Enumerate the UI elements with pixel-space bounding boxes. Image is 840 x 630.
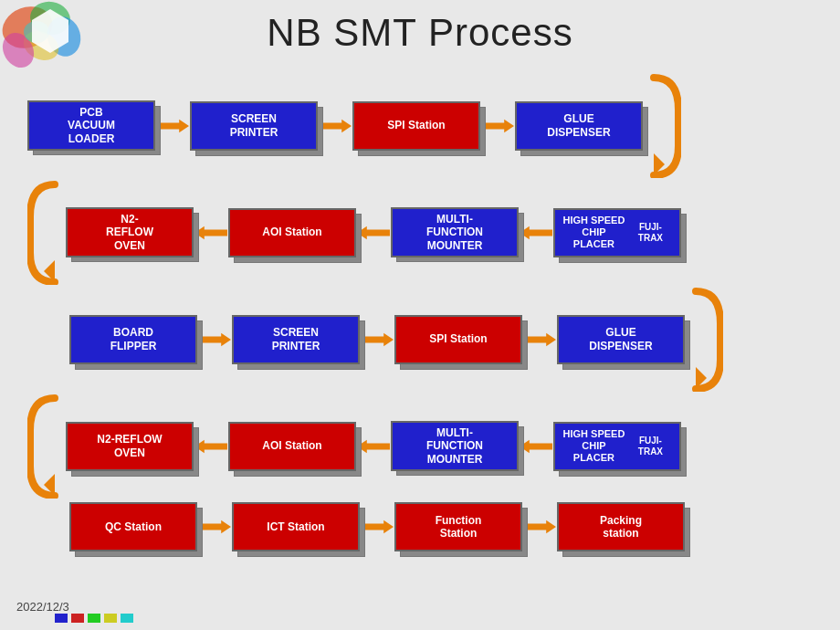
block-qc-station: QC Station [69,502,197,551]
block-high-speed-chip-placer-1: HIGH SPEEDCHIP PLACERFUJI-TRAX [553,208,681,257]
bottom-decoration [55,614,133,623]
block-board-flipper: BOARDFLIPPER [69,315,197,364]
svg-marker-17 [523,332,556,345]
block-packing-station: Packingstation [557,502,685,551]
block-n2-reflow-oven-2: N2-REFLOWOVEN [66,422,194,471]
date-label: 2022/12/3 [16,600,69,614]
block-multi-function-mounter-2: MULTI-FUNCTIONMOUNTER [391,421,519,471]
block-stack-7: MULTI-FUNCTIONMOUNTER [391,207,519,257]
page-title: NB SMT Process [0,0,840,55]
block-spi-station-1: SPI Station [352,101,480,151]
svg-marker-9 [481,119,514,131]
block-stack-6: AOI Station [228,208,356,257]
block-glue-dispenser-1: GLUEDISPENSER [515,101,643,151]
svg-marker-23 [198,520,231,533]
deco-sq-2 [71,614,84,623]
svg-marker-22 [520,439,552,452]
block-stack-20: Packingstation [557,502,685,551]
svg-marker-15 [198,332,231,345]
block-stack-9: BOARDFLIPPER [69,315,197,364]
block-ict-station: ICT Station [232,502,360,551]
svg-marker-24 [361,520,394,533]
curve-right-1 [646,73,681,178]
block-glue-dispenser-2: GLUEDISPENSER [557,315,685,364]
block-stack-4: GLUEDISPENSER [515,101,643,151]
svg-marker-21 [357,439,390,452]
block-high-speed-chip-placer-2: HIGH SPEEDCHIP PLACERFUJI-TRAX [553,422,681,471]
block-stack-10: SCREENPRINTER [232,315,360,364]
curve-left-1 [27,180,62,285]
block-spi-station-2: SPI Station [394,315,522,364]
svg-marker-14 [520,226,552,238]
block-aoi-station-1: AOI Station [228,208,356,257]
deco-sq-4 [104,614,117,623]
block-multi-function-mounter-1: MULTI-FUNCTIONMOUNTER [391,207,519,257]
svg-marker-12 [194,226,227,238]
block-stack-19: FunctionStation [394,502,522,551]
svg-marker-16 [361,332,394,345]
block-aoi-station-2: AOI Station [228,422,356,471]
svg-marker-25 [523,520,556,533]
block-stack-18: ICT Station [232,502,360,551]
row-3: BOARDFLIPPER SCREENPRINTER SPI Station [69,287,831,392]
svg-marker-20 [194,439,227,452]
curve-right-2 [688,287,723,392]
block-stack-2: SCREENPRINTER [190,101,318,151]
block-screen-printer-2: SCREENPRINTER [232,315,360,364]
block-n2-reflow-oven-1: N2-REFLOWOVEN [66,207,194,257]
block-function-station: FunctionStation [394,502,522,551]
svg-marker-13 [357,226,390,238]
block-stack-12: GLUEDISPENSER [557,315,685,364]
block-pcb-vacuum-loader: PCBVACUUMLOADER [27,100,155,151]
curve-left-2 [27,394,62,499]
block-stack-5: N2-REFLOWOVEN [66,207,194,257]
svg-marker-7 [156,119,189,131]
block-stack-14: AOI Station [228,422,356,471]
block-stack-3: SPI Station [352,101,480,151]
main-content: PCBVACUUMLOADER SCREENPRINTER SPI Statio… [27,64,831,555]
svg-marker-8 [319,119,352,131]
row-2: N2-REFLOWOVEN AOI Station MULTI-FUNCTION… [27,180,831,285]
row-4: N2-REFLOWOVEN AOI Station MULTI-FUNCTION… [27,394,831,499]
block-screen-printer-1: SCREENPRINTER [190,101,318,151]
block-stack-1: PCBVACUUMLOADER [27,100,155,151]
block-stack-13: N2-REFLOWOVEN [66,422,194,471]
block-stack-17: QC Station [69,502,197,551]
deco-sq-1 [55,614,68,623]
block-stack-15: MULTI-FUNCTIONMOUNTER [391,421,519,471]
deco-sq-3 [88,614,100,623]
block-stack-8: HIGH SPEEDCHIP PLACERFUJI-TRAX [553,208,681,257]
row-5: QC Station ICT Station FunctionStation [69,502,831,551]
row-1: PCBVACUUMLOADER SCREENPRINTER SPI Statio… [27,73,831,178]
block-stack-11: SPI Station [394,315,522,364]
block-stack-16: HIGH SPEEDCHIP PLACERFUJI-TRAX [553,422,681,471]
deco-sq-5 [121,614,133,623]
